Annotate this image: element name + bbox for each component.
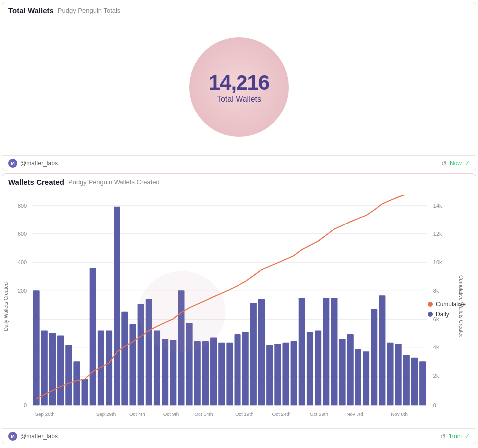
bottom-footer-user: M @matter_labs: [8, 432, 58, 441]
svg-text:200: 200: [18, 288, 27, 294]
top-panel-subtitle: Pudgy Penguin Totals: [58, 7, 120, 14]
svg-rect-28: [73, 361, 80, 405]
top-panel: Total Wallets Pudgy Penguin Totals 14,21…: [2, 2, 476, 171]
svg-text:Oct 4th: Oct 4th: [129, 411, 145, 417]
svg-text:Oct 24th: Oct 24th: [272, 411, 291, 417]
svg-text:0: 0: [24, 403, 27, 409]
bottom-user-avatar: M: [8, 432, 17, 441]
svg-rect-56: [299, 298, 305, 405]
bottom-status: 1min: [449, 433, 462, 440]
svg-text:Daily Wallets Created: Daily Wallets Created: [3, 282, 9, 331]
total-wallets-number: 14,216: [209, 71, 269, 95]
svg-text:4k: 4k: [433, 345, 439, 351]
svg-text:2k: 2k: [433, 373, 439, 379]
cumulative-label: Cumulative: [436, 301, 466, 308]
svg-rect-70: [411, 358, 418, 405]
svg-rect-25: [49, 333, 56, 406]
svg-rect-43: [194, 341, 201, 405]
top-username: @matter_labs: [20, 160, 58, 167]
top-panel-footer: M @matter_labs ↺ Now ✓: [2, 155, 476, 171]
svg-text:10k: 10k: [433, 260, 442, 266]
cumulative-dot: [428, 302, 433, 307]
svg-rect-58: [315, 331, 321, 406]
top-footer-right: ↺ Now ✓: [441, 160, 470, 167]
chart-area: Cumulative Daily 800 600 400 200 0 14: [2, 190, 476, 428]
svg-rect-57: [307, 332, 313, 405]
top-panel-content: 14,216 Total Wallets: [2, 19, 476, 155]
top-panel-title: Total Wallets: [8, 6, 54, 15]
svg-text:Sep 20th: Sep 20th: [35, 411, 55, 417]
bottom-panel-subtitle: Pudgy Penguin Wallets Created: [68, 178, 160, 186]
svg-rect-65: [371, 309, 377, 405]
svg-rect-71: [419, 361, 426, 405]
total-wallets-circle: 14,216 Total Wallets: [189, 37, 289, 137]
svg-text:Oct 14th: Oct 14th: [194, 411, 213, 417]
svg-text:Nov 3rd: Nov 3rd: [346, 411, 363, 417]
bar-chart: 800 600 400 200 0 14k 12k 10k 8k 6k 4k 2…: [2, 195, 476, 428]
svg-text:12k: 12k: [433, 231, 442, 237]
svg-rect-26: [57, 336, 64, 406]
bottom-panel: Wallets Created Pudgy Penguin Wallets Cr…: [2, 173, 476, 444]
svg-rect-32: [106, 331, 112, 406]
svg-rect-23: [33, 290, 40, 405]
svg-rect-49: [242, 332, 249, 405]
svg-rect-61: [339, 339, 346, 405]
daily-dot: [428, 312, 433, 317]
top-status: Now: [450, 160, 462, 167]
svg-text:Oct 19th: Oct 19th: [235, 411, 253, 417]
svg-text:Sep 29th: Sep 29th: [96, 411, 116, 417]
total-wallets-label: Total Wallets: [217, 95, 261, 104]
svg-rect-66: [379, 295, 385, 405]
bottom-panel-footer: M @matter_labs ↺ 1min ✓: [2, 428, 476, 444]
legend-daily: Daily: [428, 311, 466, 318]
refresh-icon[interactable]: ↺: [441, 160, 447, 167]
check-icon: ✓: [465, 160, 470, 167]
svg-rect-34: [121, 312, 128, 405]
svg-text:14k: 14k: [433, 203, 442, 209]
svg-text:Oct 29th: Oct 29th: [310, 411, 328, 417]
daily-label: Daily: [436, 311, 449, 318]
svg-rect-63: [355, 349, 361, 405]
svg-rect-59: [323, 298, 329, 405]
chart-legend: Cumulative Daily: [428, 301, 466, 318]
legend-cumulative: Cumulative: [428, 301, 466, 308]
svg-rect-55: [291, 341, 297, 405]
svg-text:800: 800: [18, 203, 27, 209]
svg-text:400: 400: [18, 260, 27, 266]
svg-rect-69: [403, 355, 410, 405]
svg-rect-35: [129, 324, 136, 405]
svg-rect-60: [331, 298, 337, 405]
bottom-footer-right: ↺ 1min ✓: [440, 433, 470, 440]
svg-text:600: 600: [18, 231, 27, 237]
svg-rect-29: [82, 379, 88, 405]
bottom-panel-header: Wallets Created Pudgy Penguin Wallets Cr…: [2, 174, 476, 190]
top-user-avatar: M: [8, 159, 17, 168]
svg-rect-48: [234, 334, 240, 405]
daily-bars: [33, 207, 426, 405]
svg-rect-33: [114, 207, 120, 405]
bottom-check-icon: ✓: [465, 433, 470, 440]
svg-rect-53: [274, 344, 281, 405]
svg-rect-46: [218, 343, 225, 406]
svg-text:0: 0: [433, 403, 436, 409]
svg-text:Oct 9th: Oct 9th: [163, 411, 179, 417]
svg-rect-50: [250, 303, 257, 405]
svg-text:8k: 8k: [433, 288, 439, 294]
svg-text:Nov 8th: Nov 8th: [391, 411, 408, 417]
svg-rect-67: [387, 343, 393, 406]
svg-rect-45: [210, 338, 217, 406]
bottom-username: @matter_labs: [20, 433, 58, 440]
svg-rect-64: [363, 351, 369, 405]
bottom-panel-title: Wallets Created: [8, 178, 64, 186]
svg-rect-44: [202, 341, 209, 405]
svg-rect-52: [266, 345, 273, 406]
bottom-refresh-icon[interactable]: ↺: [440, 433, 446, 440]
svg-rect-62: [347, 334, 354, 405]
svg-rect-51: [258, 299, 265, 405]
svg-point-82: [138, 271, 226, 352]
svg-rect-27: [65, 345, 72, 406]
svg-rect-54: [282, 343, 289, 406]
svg-rect-47: [226, 343, 233, 406]
top-panel-header: Total Wallets Pudgy Penguin Totals: [2, 2, 476, 19]
svg-rect-30: [90, 268, 96, 405]
